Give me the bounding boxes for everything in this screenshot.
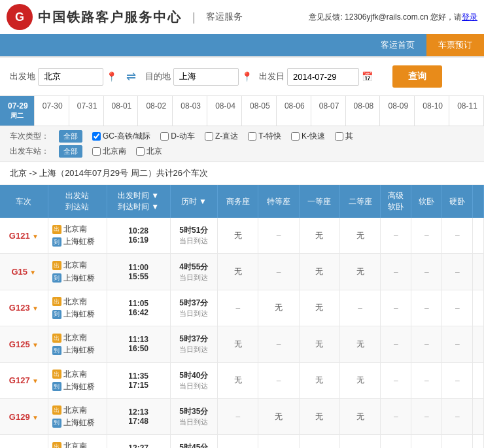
yideng-cell: 无	[299, 435, 339, 448]
duration-sub: 当日到达	[175, 381, 214, 391]
filter-z[interactable]: Z-直达	[205, 131, 238, 142]
train-link[interactable]: G125	[9, 339, 30, 349]
nav-home[interactable]: 客运首页	[369, 34, 426, 56]
col-erdeng: 二等座	[339, 185, 380, 218]
date-tab-07-29[interactable]: 07-29周二	[0, 96, 35, 126]
train-link[interactable]: G129	[9, 412, 30, 422]
from-station: 北京南	[63, 440, 87, 448]
station-cell: 出 北京南 到 上海虹桥	[48, 218, 107, 254]
from-input[interactable]	[38, 68, 103, 86]
filter-gc[interactable]: GC-高铁/城际	[92, 131, 150, 142]
filter-gc-checkbox[interactable]	[92, 132, 101, 141]
duration-sub: 当日到达	[175, 417, 214, 427]
from-station: 北京南	[63, 223, 87, 235]
date-tab-08-06[interactable]: 08-06	[277, 96, 311, 126]
login-link[interactable]: 登录	[462, 12, 477, 22]
erdeng-cell: 无	[339, 398, 380, 434]
from-station: 北京南	[63, 404, 87, 417]
train-type-label: 车次类型：	[10, 131, 49, 142]
train-link[interactable]: G127	[9, 375, 30, 385]
col-duration[interactable]: 历时 ▼	[170, 185, 218, 218]
tedeng-cell: –	[258, 362, 299, 398]
time-cell: 11:13 16:50	[107, 326, 170, 362]
date-tab-08-07[interactable]: 08-07	[311, 96, 346, 126]
to-input[interactable]	[173, 68, 239, 86]
date-tab-08-01[interactable]: 08-01	[104, 96, 139, 126]
user-info: 意见反馈: 12306yjfk@rails.com.cn 您好，请登录	[309, 12, 477, 23]
date-tab-08-10[interactable]: 08-10	[415, 96, 449, 126]
date-tab-07-30[interactable]: 07-30	[35, 96, 69, 126]
extra-cell	[473, 326, 484, 362]
filter-all-stations[interactable]: 全部	[59, 145, 82, 158]
yingwo-cell: –	[442, 435, 473, 448]
filter-d[interactable]: D-动车	[160, 131, 195, 142]
date-input[interactable]	[287, 68, 359, 86]
train-link[interactable]: G15	[11, 267, 27, 277]
erdeng-cell: 无	[339, 254, 380, 290]
arrive-icon: 到	[52, 273, 61, 283]
train-number: G129 ▼	[0, 398, 48, 434]
table-row: G123 ▼ 出 北京南 到 上海虹桥 11:05 16:42 5时37分 当日…	[0, 290, 484, 326]
filter-beijingnan[interactable]: 北京南	[92, 146, 126, 157]
extra-cell	[473, 398, 484, 434]
extra-cell	[473, 362, 484, 398]
date-tab-08-11[interactable]: 08-11	[449, 96, 484, 126]
depart-time: 12:13	[111, 407, 166, 417]
ruwo-cell: –	[411, 254, 442, 290]
date-tab-08-03[interactable]: 08-03	[173, 96, 207, 126]
date-tab-07-31[interactable]: 07-31	[69, 96, 104, 126]
filter-beijingnan-checkbox[interactable]	[92, 147, 101, 156]
depart-icon: 出	[52, 261, 61, 270]
duration-sub: 当日到达	[175, 309, 214, 319]
info-bar: 北京 -> 上海（2014年07月29号 周二）共计26个车次	[0, 162, 484, 185]
logo-icon: G	[7, 4, 33, 30]
yingwo-cell: –	[442, 326, 473, 362]
filter-beijing-checkbox[interactable]	[136, 147, 145, 156]
train-number: G125 ▼	[0, 326, 48, 362]
yingwo-cell: –	[442, 218, 473, 254]
filter-k[interactable]: K-快速	[291, 131, 325, 142]
date-tab-08-04[interactable]: 08-04	[207, 96, 242, 126]
arrive-icon: 到	[52, 346, 61, 355]
table-row: G129 ▼ 出 北京南 到 上海虹桥 12:13 17:48 5时35分 当日…	[0, 398, 484, 434]
shangwu-cell: 无	[218, 326, 258, 362]
train-link[interactable]: G121	[9, 231, 30, 241]
duration-cell: 4时55分 当日到达	[170, 254, 218, 290]
nav-ticket[interactable]: 车票预订	[426, 34, 484, 56]
filter-all-types[interactable]: 全部	[59, 130, 82, 143]
yideng-cell: 无	[299, 362, 339, 398]
erdeng-cell: 无	[339, 362, 380, 398]
depart-time: 11:05	[111, 299, 166, 308]
time-cell: 10:28 16:19	[107, 218, 170, 254]
swap-button[interactable]: ⇌	[124, 69, 139, 84]
shangwu-cell: 无	[218, 362, 258, 398]
filter-z-label: Z-直达	[215, 131, 238, 142]
depart-icon: 出	[52, 405, 61, 415]
filter-d-checkbox[interactable]	[160, 132, 169, 141]
train-link[interactable]: G123	[9, 303, 30, 313]
filter-t[interactable]: T-特快	[248, 131, 281, 142]
date-tab-08-09[interactable]: 08-09	[380, 96, 415, 126]
filter-other-checkbox[interactable]	[335, 132, 343, 141]
date-tab-08-08[interactable]: 08-08	[346, 96, 381, 126]
col-time[interactable]: 出发时间 ▼到达时间 ▼	[107, 185, 170, 218]
arrive-time: 17:15	[111, 381, 166, 390]
time-cell: 11:05 16:42	[107, 290, 170, 326]
filter-other-label: 其	[345, 131, 353, 142]
gaoru-cell: –	[381, 218, 411, 254]
tedeng-cell: –	[258, 254, 299, 290]
query-button[interactable]: 查询	[392, 65, 442, 88]
depart-time: 11:13	[111, 335, 166, 344]
filter-z-checkbox[interactable]	[205, 132, 213, 141]
filter-k-checkbox[interactable]	[291, 132, 300, 141]
date-tab-08-02[interactable]: 08-02	[138, 96, 173, 126]
arrive-time: 17:48	[111, 417, 166, 426]
erdeng-cell: 无	[339, 218, 380, 254]
filter-t-checkbox[interactable]	[248, 132, 256, 141]
filter-other[interactable]: 其	[335, 131, 353, 142]
date-tab-08-05[interactable]: 08-05	[242, 96, 277, 126]
to-label: 目的地	[145, 71, 171, 82]
shangwu-cell: 无	[218, 218, 258, 254]
filter-beijing[interactable]: 北京	[136, 146, 162, 157]
yingwo-cell: –	[442, 362, 473, 398]
